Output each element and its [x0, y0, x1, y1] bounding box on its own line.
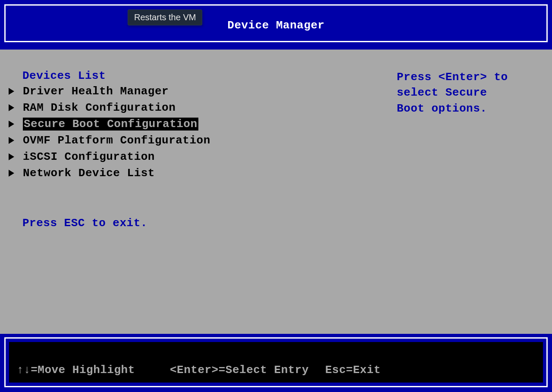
exit-hint: Press ESC to exit.	[22, 217, 397, 230]
menu-item-network-devices[interactable]: Network Device List	[9, 165, 397, 181]
chevron-right-icon	[9, 88, 14, 95]
footer-border: ↑↓=Move Highlight <Enter>=Select Entry E…	[4, 337, 548, 387]
footer-hint-move: ↑↓=Move Highlight	[17, 364, 170, 376]
chevron-right-icon	[9, 104, 14, 111]
tooltip-restart-vm: Restarts the VM	[128, 9, 202, 25]
footer-bar: ↑↓=Move Highlight <Enter>=Select Entry E…	[0, 334, 552, 392]
left-pane: Devices List Driver Health Manager RAM D…	[9, 69, 397, 325]
device-menu: Driver Health Manager RAM Disk Configura…	[9, 83, 397, 181]
chevron-right-icon	[9, 137, 14, 144]
menu-item-label: RAM Disk Configuration	[23, 101, 176, 114]
section-title-devices: Devices List	[22, 69, 397, 82]
menu-item-secure-boot[interactable]: Secure Boot Configuration	[9, 116, 397, 132]
help-pane: Press <Enter> to select Secure Boot opti…	[397, 69, 543, 325]
help-text: Press <Enter> to select Secure Boot opti…	[397, 69, 518, 116]
chevron-right-icon	[9, 170, 14, 177]
menu-item-label: Network Device List	[23, 167, 155, 180]
menu-item-driver-health[interactable]: Driver Health Manager	[9, 83, 397, 100]
menu-item-label: Driver Health Manager	[23, 85, 169, 98]
header-bar: Device Manager Restarts the VM	[0, 0, 552, 50]
chevron-right-icon	[9, 121, 14, 128]
menu-item-label: OVMF Platform Configuration	[23, 134, 210, 147]
menu-item-ovmf-platform[interactable]: OVMF Platform Configuration	[9, 132, 397, 149]
menu-item-iscsi[interactable]: iSCSI Configuration	[9, 149, 397, 165]
menu-item-ram-disk[interactable]: RAM Disk Configuration	[9, 100, 397, 116]
header: Device Manager	[4, 4, 548, 42]
footer-hint-select: <Enter>=Select Entry	[170, 364, 325, 376]
chevron-right-icon	[9, 153, 14, 160]
menu-item-label: iSCSI Configuration	[23, 150, 155, 163]
menu-item-label: Secure Boot Configuration	[23, 118, 198, 131]
page-title: Device Manager	[227, 15, 324, 32]
footer-hint-exit: Esc=Exit	[325, 364, 535, 376]
footer: ↑↓=Move Highlight <Enter>=Select Entry E…	[9, 342, 543, 383]
body: Devices List Driver Health Manager RAM D…	[0, 50, 552, 334]
